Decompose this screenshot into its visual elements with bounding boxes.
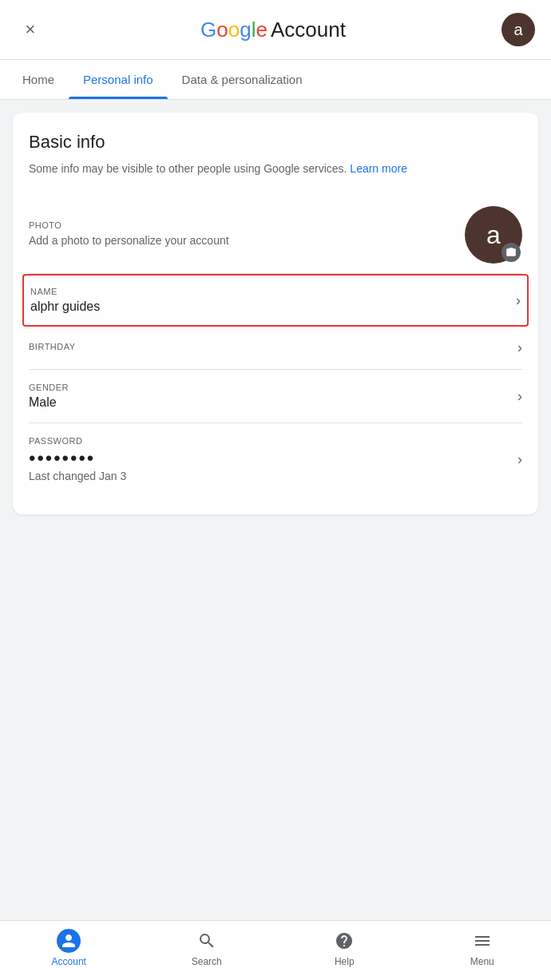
photo-description: Add a photo to personalize your account bbox=[29, 233, 229, 249]
camera-icon bbox=[501, 243, 521, 262]
password-row[interactable]: PASSWORD •••••••• Last changed Jan 3 › bbox=[29, 423, 522, 495]
user-avatar[interactable]: a bbox=[501, 13, 535, 46]
card-subtitle: Some info may be visible to other people… bbox=[29, 161, 522, 177]
name-value: alphr guides bbox=[30, 300, 100, 314]
gender-value: Male bbox=[29, 395, 69, 410]
search-icon bbox=[195, 929, 219, 953]
gender-chevron-icon: › bbox=[517, 388, 522, 405]
photo-avatar-wrap[interactable]: a bbox=[465, 206, 522, 264]
bottom-navigation: Account Search Help Menu bbox=[0, 920, 551, 980]
password-info: PASSWORD •••••••• Last changed Jan 3 bbox=[29, 436, 126, 482]
nav-account[interactable]: Account bbox=[41, 929, 97, 967]
tab-home[interactable]: Home bbox=[8, 60, 69, 99]
name-label: NAME bbox=[30, 287, 100, 296]
learn-more-link[interactable]: Learn more bbox=[350, 162, 407, 175]
nav-help[interactable]: Help bbox=[316, 929, 372, 967]
tab-bar: Home Personal info Data & personalizatio… bbox=[0, 60, 551, 100]
logo-g2: g bbox=[240, 18, 251, 42]
nav-search-label: Search bbox=[192, 956, 222, 967]
logo-o1: o bbox=[216, 18, 228, 42]
logo-account-text: Account bbox=[271, 18, 346, 42]
logo-g: G bbox=[200, 18, 216, 42]
logo-o2: o bbox=[228, 18, 240, 42]
help-icon bbox=[332, 929, 356, 953]
menu-icon bbox=[470, 929, 494, 953]
nav-menu[interactable]: Menu bbox=[454, 929, 510, 967]
gender-label: GENDER bbox=[29, 383, 69, 392]
nav-menu-label: Menu bbox=[470, 956, 494, 967]
account-icon bbox=[57, 929, 81, 953]
name-info: NAME alphr guides bbox=[30, 287, 100, 314]
password-label: PASSWORD bbox=[29, 436, 126, 446]
birthday-row[interactable]: BIRTHDAY › bbox=[29, 327, 522, 370]
basic-info-card: Basic info Some info may be visible to o… bbox=[13, 113, 538, 514]
password-chevron-icon: › bbox=[517, 451, 522, 468]
password-last-changed: Last changed Jan 3 bbox=[29, 470, 126, 482]
birthday-info: BIRTHDAY bbox=[29, 342, 76, 355]
card-title: Basic info bbox=[29, 132, 522, 153]
gender-row[interactable]: GENDER Male › bbox=[29, 370, 522, 423]
birthday-chevron-icon: › bbox=[517, 339, 522, 356]
photo-info: PHOTO Add a photo to personalize your ac… bbox=[29, 220, 229, 249]
birthday-label: BIRTHDAY bbox=[29, 342, 76, 351]
photo-label: PHOTO bbox=[29, 220, 229, 230]
main-content: Basic info Some info may be visible to o… bbox=[0, 100, 551, 920]
name-chevron-icon: › bbox=[516, 292, 521, 309]
gender-info: GENDER Male bbox=[29, 383, 69, 410]
password-dots: •••••••• bbox=[29, 449, 126, 468]
close-button[interactable]: × bbox=[16, 15, 45, 44]
tab-data-personalization[interactable]: Data & personalization bbox=[168, 60, 317, 99]
name-row[interactable]: NAME alphr guides › bbox=[22, 274, 529, 327]
nav-account-label: Account bbox=[52, 956, 86, 967]
photo-row[interactable]: PHOTO Add a photo to personalize your ac… bbox=[29, 196, 522, 274]
header: × GoogleAccount a bbox=[0, 0, 551, 60]
nav-help-label: Help bbox=[335, 956, 355, 967]
nav-search[interactable]: Search bbox=[179, 929, 235, 967]
logo-e: e bbox=[256, 18, 268, 42]
google-account-logo: GoogleAccount bbox=[200, 18, 346, 42]
tab-personal-info[interactable]: Personal info bbox=[69, 60, 168, 99]
